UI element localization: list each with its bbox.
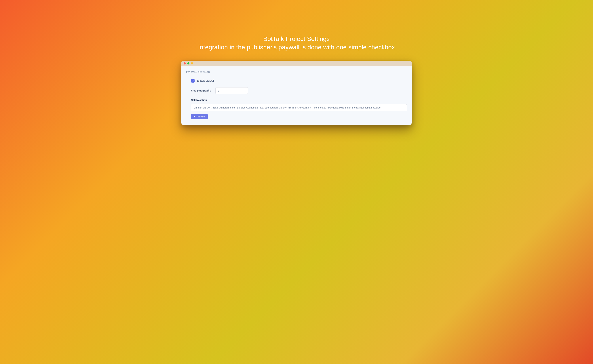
enable-paywall-label: Enable paywall — [197, 79, 214, 82]
window-close-icon[interactable] — [184, 62, 186, 65]
window-titlebar — [181, 61, 412, 66]
free-paragraphs-label: Free paragraphs — [191, 89, 213, 92]
settings-window: PAYWALL SETTINGS Enable paywall Free par… — [181, 61, 412, 125]
call-to-action-input[interactable] — [191, 104, 407, 111]
call-to-action-block: Call to action Preview — [186, 99, 407, 119]
section-title: PAYWALL SETTINGS — [186, 71, 407, 73]
check-icon — [192, 80, 194, 82]
preview-button-label: Preview — [197, 115, 205, 118]
settings-panel: PAYWALL SETTINGS Enable paywall Free par… — [181, 66, 412, 125]
free-paragraphs-row: Free paragraphs — [186, 87, 407, 94]
hero-subtitle: Integration in the publisher's paywall i… — [198, 43, 395, 52]
enable-paywall-checkbox[interactable] — [191, 79, 195, 83]
hero-title: BotTalk Project Settings — [198, 35, 395, 43]
preview-button[interactable]: Preview — [191, 114, 208, 119]
free-paragraphs-select[interactable] — [215, 87, 248, 94]
call-to-action-label: Call to action — [191, 99, 407, 102]
enable-paywall-row: Enable paywall — [186, 79, 407, 83]
hero-text: BotTalk Project Settings Integration in … — [198, 35, 395, 52]
window-minimize-icon[interactable] — [187, 62, 189, 65]
play-icon — [194, 116, 195, 118]
window-maximize-icon[interactable] — [191, 62, 193, 65]
